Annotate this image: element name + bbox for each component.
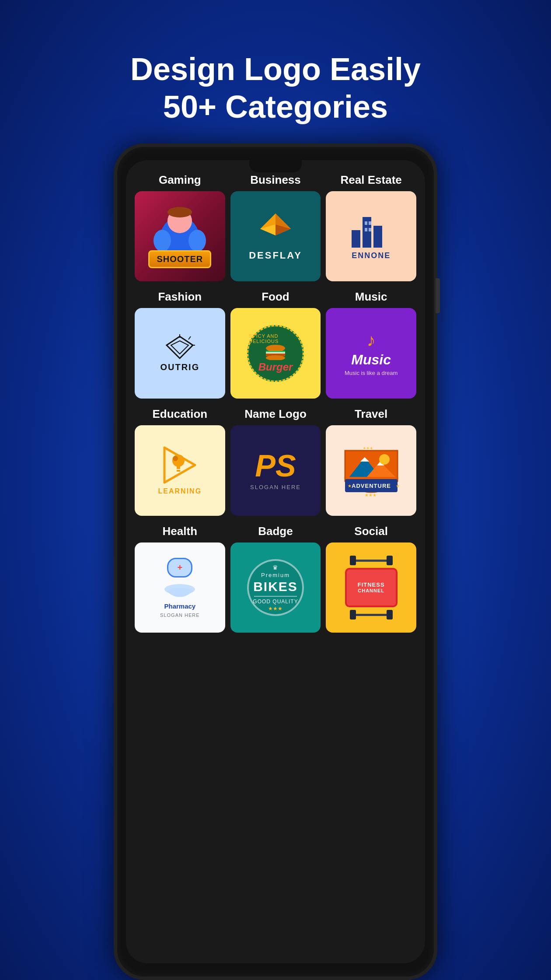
category-row-2: Fashion OUTRIG <box>135 290 416 399</box>
svg-point-30 <box>173 456 178 461</box>
svg-text:✦✦✦: ✦✦✦ <box>363 446 373 451</box>
category-music[interactable]: Music ♪ Music Music is like a dream <box>326 290 416 399</box>
music-card[interactable]: ♪ Music Music is like a dream <box>326 308 416 399</box>
gaming-card[interactable]: SHOOTER <box>135 191 225 282</box>
pharmacy-slogan: SLOGAN HERE <box>160 612 199 618</box>
bikes-text: BIKES <box>253 579 298 594</box>
crown-icon: ♛ <box>272 564 278 571</box>
svg-line-19 <box>188 336 191 340</box>
category-business[interactable]: Business DESFLAY <box>230 173 321 282</box>
svg-rect-11 <box>373 226 382 248</box>
travel-label: Travel <box>355 407 387 421</box>
badge-card[interactable]: ♛ Premium BIKES GOOD QUALITY ★★★ <box>230 542 321 633</box>
tv-frame: FITNESS CHANNEL <box>345 568 398 607</box>
namelogo-card[interactable]: PS SLOGAN HERE <box>230 425 321 516</box>
category-social[interactable]: Social FITNESS CHANNEL <box>326 525 416 633</box>
category-namelogo[interactable]: Name Logo PS SLOGAN HERE <box>230 407 321 516</box>
learning-logo: LEARNING <box>158 445 202 495</box>
phone-screen: Gaming <box>126 160 425 963</box>
health-card[interactable]: + Pharmacy SLOGAN HERE <box>135 542 225 633</box>
realestate-card[interactable]: ENNONE <box>326 191 416 282</box>
category-row-3: Education LEARNING <box>135 407 416 516</box>
food-card[interactable]: SPICY AND DELICIOUS Burger <box>230 308 321 399</box>
page-title: Design Logo Easily 50+ Categories <box>130 50 421 126</box>
category-education[interactable]: Education LEARNING <box>135 407 225 516</box>
ps-logo: PS SLOGAN HERE <box>250 451 301 490</box>
goodquality-text: GOOD QUALITY <box>253 598 298 605</box>
svg-text:ADVENTURE: ADVENTURE <box>352 483 391 489</box>
food-label: Food <box>262 290 289 304</box>
adventure-badge: ★ ADVENTURE ★ ★★★ ✦✦✦ <box>336 438 406 503</box>
category-realestate[interactable]: Real Estate <box>326 173 416 282</box>
education-label: Education <box>152 407 207 421</box>
fashion-card[interactable]: OUTRIG <box>135 308 225 399</box>
learning-text: LEARNING <box>158 487 202 495</box>
category-food[interactable]: Food SPICY AND DELICIOUS <box>230 290 321 399</box>
ennone-text: ENNONE <box>352 251 391 260</box>
stars-rating: ★★★ <box>268 606 282 612</box>
category-travel[interactable]: Travel <box>326 407 416 516</box>
ennone-logo: ENNONE <box>349 213 393 260</box>
diamond-fashion-svg <box>164 334 195 360</box>
weight-right <box>387 556 393 565</box>
phone-button-right <box>436 278 440 313</box>
fashion-label: Fashion <box>158 290 202 304</box>
svg-rect-9 <box>352 230 360 248</box>
svg-rect-15 <box>369 228 371 231</box>
adventure-svg: ★ ADVENTURE ★ ★★★ ✦✦✦ <box>336 438 406 503</box>
music-note-icon: ♪ <box>367 330 376 350</box>
desflay-text: DESFLAY <box>249 250 302 261</box>
pharmacy-text: Pharmacy <box>164 602 195 610</box>
plus-icon: + <box>177 563 182 573</box>
fitness-channel-text: FITNESS CHANNEL <box>358 581 385 594</box>
spicy-ring <box>247 325 304 382</box>
category-gaming[interactable]: Gaming <box>135 173 225 282</box>
weight-left <box>350 556 356 565</box>
phone-mockup: Gaming <box>114 144 437 980</box>
weight-left-b <box>350 610 356 620</box>
hand-svg <box>162 583 197 598</box>
education-card[interactable]: LEARNING <box>135 425 225 516</box>
category-badge[interactable]: Badge ♛ Premium BIKES GOOD QUALITY ★★★ <box>230 525 321 633</box>
page-header: Design Logo Easily 50+ Categories <box>130 24 421 126</box>
health-label: Health <box>163 525 197 538</box>
svg-point-4 <box>188 230 206 252</box>
bar-bottom <box>356 614 387 616</box>
pharmacy-hand-svg <box>162 583 197 600</box>
phone-notch <box>249 159 302 172</box>
music-logo: ♪ Music Music is like a dream <box>345 330 398 376</box>
business-label: Business <box>250 173 301 187</box>
outrig-logo: OUTRIG <box>160 334 199 372</box>
business-card[interactable]: DESFLAY <box>230 191 321 282</box>
fitness-text-line2: CHANNEL <box>358 588 385 594</box>
bar-top <box>356 560 387 562</box>
category-row-1: Gaming <box>135 173 416 282</box>
learning-svg <box>158 445 202 485</box>
ps-letters: PS <box>255 451 296 481</box>
svg-rect-13 <box>369 221 371 225</box>
shooter-badge: SHOOTER <box>148 250 211 268</box>
fitness-text-line1: FITNESS <box>358 581 385 588</box>
svg-text:★: ★ <box>348 483 352 488</box>
music-title: Music <box>351 352 391 368</box>
category-fashion[interactable]: Fashion OUTRIG <box>135 290 225 399</box>
diamond-icon <box>258 211 293 246</box>
category-health[interactable]: Health + Pharmacy SLOGAN H <box>135 525 225 633</box>
svg-rect-12 <box>365 221 367 225</box>
pharmacy-logo: + Pharmacy SLOGAN HERE <box>160 558 199 618</box>
travel-card[interactable]: ★ ADVENTURE ★ ★★★ ✦✦✦ <box>326 425 416 516</box>
bikes-badge: ♛ Premium BIKES GOOD QUALITY ★★★ <box>247 559 304 616</box>
gaming-character: SHOOTER <box>135 191 225 282</box>
social-card[interactable]: FITNESS CHANNEL <box>326 542 416 633</box>
pharmacy-pill: + <box>167 558 192 578</box>
barbell-bottom <box>350 610 393 620</box>
realestate-label: Real Estate <box>341 173 402 187</box>
premium-text: Premium <box>261 572 290 578</box>
ps-slogan: SLOGAN HERE <box>250 484 301 490</box>
weight-right-b <box>387 610 393 620</box>
music-subtitle: Music is like a dream <box>345 370 398 376</box>
burger-circle: SPICY AND DELICIOUS Burger <box>247 325 304 382</box>
namelogo-label: Name Logo <box>244 407 307 421</box>
barbell-top <box>350 556 393 565</box>
svg-point-2 <box>167 207 192 217</box>
